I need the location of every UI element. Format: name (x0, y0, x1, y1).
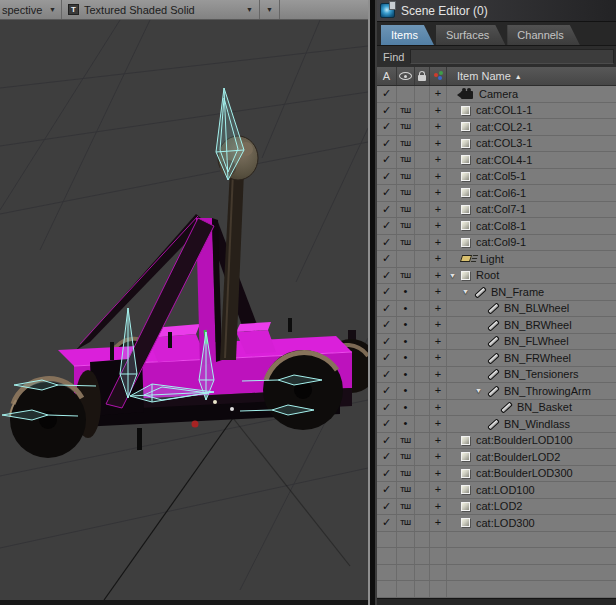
lock-cell[interactable] (415, 103, 430, 119)
active-toggle[interactable]: ✓ (377, 334, 397, 350)
column-item-name[interactable]: Item Name ▲ (447, 67, 616, 85)
active-toggle[interactable] (377, 565, 397, 581)
column-colors[interactable] (430, 67, 447, 85)
lock-cell[interactable] (415, 301, 430, 317)
lock-cell[interactable] (415, 185, 430, 201)
visibility-toggle[interactable]: ТШ (397, 169, 415, 185)
item-name-cell[interactable]: cat:LOD2 (447, 499, 616, 515)
expand-channels-button[interactable]: + (430, 119, 447, 135)
visibility-toggle[interactable]: • (397, 383, 415, 399)
item-name-cell[interactable]: cat:Col6-1 (447, 185, 616, 201)
expand-channels-button[interactable]: + (430, 466, 447, 482)
item-name-cell[interactable]: cat:Col7-1 (447, 202, 616, 218)
lock-cell[interactable] (415, 416, 430, 432)
visibility-toggle[interactable]: • (397, 301, 415, 317)
lock-cell[interactable] (415, 515, 430, 531)
visibility-toggle[interactable] (397, 581, 415, 597)
lock-cell[interactable] (415, 334, 430, 350)
active-toggle[interactable]: ✓ (377, 284, 397, 300)
lock-cell[interactable] (415, 235, 430, 251)
item-name-cell[interactable] (447, 581, 616, 597)
active-toggle[interactable]: ✓ (377, 416, 397, 432)
column-active[interactable]: A (377, 67, 397, 85)
item-name-cell[interactable]: cat:Col9-1 (447, 235, 616, 251)
lock-cell[interactable] (415, 268, 430, 284)
lock-cell[interactable] (415, 152, 430, 168)
visibility-toggle[interactable]: ТШ (397, 185, 415, 201)
shading-mode-dropdown[interactable]: T Textured Shaded Solid ▼ (62, 0, 260, 19)
visibility-toggle[interactable]: ТШ (397, 136, 415, 152)
item-name-cell[interactable]: BN_BLWheel (447, 301, 616, 317)
item-name-cell[interactable]: BN_FRWheel (447, 350, 616, 366)
lock-cell[interactable] (415, 482, 430, 498)
active-toggle[interactable]: ✓ (377, 169, 397, 185)
active-toggle[interactable]: ✓ (377, 515, 397, 531)
active-toggle[interactable]: ✓ (377, 218, 397, 234)
table-row[interactable]: ✓ • + BN_Tensioners (377, 367, 616, 384)
visibility-toggle[interactable]: ТШ (397, 119, 415, 135)
expand-channels-button[interactable] (430, 581, 447, 597)
item-name-cell[interactable]: ▼ BN_ThrowingArm (447, 383, 616, 399)
item-name-cell[interactable]: cat:Col8-1 (447, 218, 616, 234)
lock-cell[interactable] (415, 218, 430, 234)
item-name-cell[interactable] (447, 548, 616, 564)
active-toggle[interactable]: ✓ (377, 499, 397, 515)
lock-cell[interactable] (415, 499, 430, 515)
expand-channels-button[interactable]: + (430, 350, 447, 366)
active-toggle[interactable]: ✓ (377, 317, 397, 333)
expand-channels-button[interactable]: + (430, 284, 447, 300)
active-toggle[interactable]: ✓ (377, 367, 397, 383)
active-toggle[interactable]: ✓ (377, 202, 397, 218)
tab-channels[interactable]: Channels (507, 25, 579, 45)
visibility-toggle[interactable]: ТШ (397, 103, 415, 119)
expand-channels-button[interactable]: + (430, 317, 447, 333)
table-row[interactable]: ✓ ТШ + ▼ Root (377, 268, 616, 285)
column-visibility[interactable] (397, 67, 415, 85)
visibility-toggle[interactable]: • (397, 284, 415, 300)
lock-cell[interactable] (415, 400, 430, 416)
expand-channels-button[interactable]: + (430, 515, 447, 531)
item-name-cell[interactable] (447, 565, 616, 581)
expand-channels-button[interactable]: + (430, 367, 447, 383)
visibility-toggle[interactable] (397, 548, 415, 564)
item-name-cell[interactable]: cat:BoulderLOD300 (447, 466, 616, 482)
table-row[interactable]: ✓ ТШ + cat:BoulderLOD2 (377, 449, 616, 466)
item-name-cell[interactable]: BN_Windlass (447, 416, 616, 432)
active-toggle[interactable]: ✓ (377, 400, 397, 416)
active-toggle[interactable]: ✓ (377, 103, 397, 119)
item-name-cell[interactable]: cat:Col5-1 (447, 169, 616, 185)
item-name-cell[interactable]: BN_Tensioners (447, 367, 616, 383)
expand-channels-button[interactable]: + (430, 416, 447, 432)
item-name-cell[interactable]: BN_FLWheel (447, 334, 616, 350)
visibility-toggle[interactable]: • (397, 400, 415, 416)
table-row[interactable]: ✓ ТШ + cat:Col7-1 (377, 202, 616, 219)
expander-icon[interactable]: ▼ (475, 387, 484, 394)
catapult-3d-scene[interactable] (0, 20, 368, 600)
lock-cell[interactable] (415, 169, 430, 185)
lock-cell[interactable] (415, 119, 430, 135)
table-row[interactable]: ✓ ТШ + cat:COL2-1 (377, 119, 616, 136)
item-name-cell[interactable] (447, 532, 616, 548)
active-toggle[interactable]: ✓ (377, 152, 397, 168)
visibility-toggle[interactable] (397, 86, 415, 102)
item-name-cell[interactable]: ▼ BN_Frame (447, 284, 616, 300)
expand-channels-button[interactable]: + (430, 202, 447, 218)
table-row[interactable]: ✓ ТШ + cat:COL1-1 (377, 103, 616, 120)
table-row[interactable]: ✓ + Camera (377, 86, 616, 103)
tab-items[interactable]: Items (381, 25, 434, 45)
visibility-toggle[interactable]: ТШ (397, 466, 415, 482)
table-row[interactable]: ✓ ТШ + cat:COL4-1 (377, 152, 616, 169)
active-toggle[interactable]: ✓ (377, 251, 397, 267)
visibility-toggle[interactable]: ТШ (397, 499, 415, 515)
expand-channels-button[interactable] (430, 565, 447, 581)
lock-cell[interactable] (415, 202, 430, 218)
active-toggle[interactable]: ✓ (377, 119, 397, 135)
active-toggle[interactable]: ✓ (377, 185, 397, 201)
visibility-toggle[interactable] (397, 565, 415, 581)
tab-surfaces[interactable]: Surfaces (436, 25, 505, 45)
table-row[interactable]: ✓ ТШ + cat:LOD2 (377, 499, 616, 516)
expand-channels-button[interactable]: + (430, 482, 447, 498)
expand-channels-button[interactable]: + (430, 185, 447, 201)
lock-cell[interactable] (415, 136, 430, 152)
expand-channels-button[interactable]: + (430, 169, 447, 185)
